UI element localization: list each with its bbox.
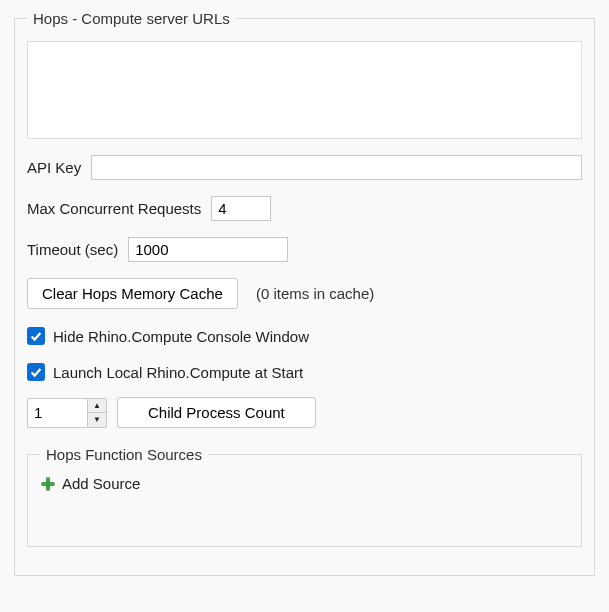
launch-local-row[interactable]: Launch Local Rhino.Compute at Start [27, 363, 582, 381]
api-key-row: API Key [27, 155, 582, 180]
check-icon [29, 329, 43, 343]
stepper-down-button[interactable]: ▼ [88, 413, 106, 427]
server-urls-textarea[interactable] [27, 41, 582, 139]
max-concurrent-row: Max Concurrent Requests [27, 196, 582, 221]
clear-cache-row: Clear Hops Memory Cache (0 items in cach… [27, 278, 582, 309]
api-key-label: API Key [27, 159, 81, 176]
timeout-row: Timeout (sec) [27, 237, 582, 262]
compute-server-urls-group: Hops - Compute server URLs API Key Max C… [14, 10, 595, 576]
child-process-stepper[interactable]: ▲ ▼ [27, 398, 107, 428]
function-sources-title: Hops Function Sources [40, 446, 208, 463]
timeout-label: Timeout (sec) [27, 241, 118, 258]
add-source-button[interactable]: Add Source [40, 473, 569, 532]
cache-info-label: (0 items in cache) [256, 285, 374, 302]
max-concurrent-label: Max Concurrent Requests [27, 200, 201, 217]
function-sources-group: Hops Function Sources Add Source [27, 446, 582, 547]
svg-rect-1 [42, 482, 54, 485]
timeout-input[interactable] [128, 237, 288, 262]
check-icon [29, 365, 43, 379]
child-process-count-button[interactable]: Child Process Count [117, 397, 316, 428]
child-process-row: ▲ ▼ Child Process Count [27, 397, 582, 428]
clear-cache-button[interactable]: Clear Hops Memory Cache [27, 278, 238, 309]
hide-console-label: Hide Rhino.Compute Console Window [53, 328, 309, 345]
hops-settings-panel: Hops - Compute server URLs API Key Max C… [0, 0, 609, 604]
launch-local-label: Launch Local Rhino.Compute at Start [53, 364, 303, 381]
api-key-input[interactable] [91, 155, 582, 180]
launch-local-checkbox[interactable] [27, 363, 45, 381]
stepper-buttons: ▲ ▼ [87, 398, 107, 428]
plus-icon [40, 476, 56, 492]
group-title: Hops - Compute server URLs [27, 10, 236, 27]
hide-console-checkbox[interactable] [27, 327, 45, 345]
hide-console-row[interactable]: Hide Rhino.Compute Console Window [27, 327, 582, 345]
stepper-up-button[interactable]: ▲ [88, 399, 106, 413]
add-source-label: Add Source [62, 475, 140, 492]
child-process-count-input[interactable] [27, 398, 87, 428]
max-concurrent-input[interactable] [211, 196, 271, 221]
